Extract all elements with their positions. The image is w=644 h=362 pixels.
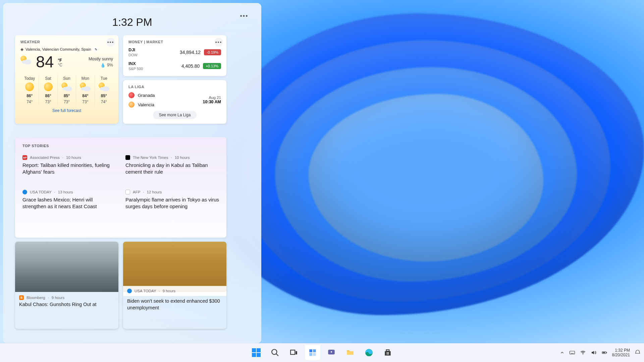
widgets-panel: 1:32 PM ••• WEATHER ••• ◈ Valencia, Vale…	[3, 3, 261, 343]
svg-rect-14	[388, 352, 389, 353]
weather-more-icon[interactable]: •••	[106, 38, 115, 47]
market-name: S&P 500	[128, 67, 143, 71]
forecast-day[interactable]: Sat 86° 73°	[39, 74, 57, 106]
svg-rect-7	[313, 353, 316, 356]
svg-line-1	[276, 354, 278, 356]
svg-point-9	[331, 351, 332, 353]
source-icon	[125, 155, 130, 160]
taskbar-clock[interactable]: 1:32 PM 8/20/2021	[612, 348, 630, 358]
story-source: Associated Press	[30, 156, 60, 160]
story-age: 10 hours	[66, 156, 81, 160]
forecast-low: 73°	[76, 100, 94, 104]
chat-button[interactable]	[323, 345, 339, 361]
money-card[interactable]: MONEY | MARKET ••• DJIDOW 34,894.12-0.19…	[123, 35, 226, 76]
svg-rect-2	[290, 350, 295, 354]
weather-units[interactable]: °F °C	[58, 58, 62, 67]
store-icon	[383, 348, 392, 357]
svg-rect-21	[606, 352, 607, 353]
market-symbol: DJI	[128, 47, 138, 52]
forecast-low: 73°	[58, 100, 76, 104]
forecast-high: 86°	[39, 94, 57, 98]
news-headline: Kabul Chaos: Gunshots Ring Out at	[15, 300, 118, 308]
match-date: Aug 21	[203, 96, 221, 100]
panel-time: 1:32 PM	[112, 16, 152, 28]
team-name: Valencia	[138, 102, 154, 107]
market-symbol: INX	[128, 61, 143, 66]
battery-icon[interactable]	[601, 350, 607, 356]
wifi-icon[interactable]	[580, 350, 586, 356]
forecast-day[interactable]: Mon 84° 73°	[76, 74, 94, 106]
keyboard-icon[interactable]	[569, 350, 575, 356]
story-source: AFP	[133, 190, 140, 194]
forecast-day[interactable]: Today 86° 74°	[20, 74, 39, 106]
market-row[interactable]: INXS&P 500 4,405.80+0.13%	[128, 58, 221, 71]
team-badge-icon	[128, 102, 135, 108]
news-source: Bloomberg	[26, 296, 45, 300]
team-name: Granada	[138, 93, 155, 98]
svg-rect-16	[388, 354, 389, 355]
news-headline: Biden won't seek to extend enhanced $300…	[123, 295, 226, 314]
laliga-card[interactable]: LA LIGA GranadaValencia Aug 21 10:30 AM …	[123, 80, 226, 124]
weather-card[interactable]: WEATHER ••• ◈ Valencia, Valencian Commun…	[15, 35, 118, 124]
notification-center-icon[interactable]	[635, 350, 641, 356]
volume-icon[interactable]	[591, 350, 597, 356]
story-source: USA TODAY	[30, 190, 52, 194]
svg-rect-3	[296, 351, 297, 355]
forecast-icon	[20, 83, 39, 91]
story-headline: Report: Taliban killed minorities, fueli…	[22, 162, 116, 176]
top-story[interactable]: USA TODAY·13 hours Grace lashes Mexico; …	[22, 190, 116, 210]
widgets-button[interactable]	[305, 345, 321, 361]
top-story[interactable]: AP Associated Press·10 hours Report: Tal…	[22, 155, 116, 176]
weather-condition: Mostly sunny	[89, 57, 113, 61]
svg-rect-12	[386, 350, 389, 351]
source-icon: AP	[22, 155, 27, 160]
news-card-usatoday[interactable]: USA TODAY· 9 hours Biden won't seek to e…	[123, 242, 226, 329]
bloomberg-icon: B	[19, 295, 24, 300]
forecast-day-name: Sun	[58, 76, 76, 81]
story-age: 10 hours	[175, 156, 190, 160]
edge-button[interactable]	[361, 345, 377, 361]
forecast-high: 86°	[20, 94, 39, 98]
money-more-icon[interactable]: •••	[214, 38, 223, 47]
news-card-bloomberg[interactable]: B Bloomberg· 9 hours Kabul Chaos: Gunsho…	[15, 242, 118, 329]
top-story[interactable]: AFP·12 hours Paralympic flame arrives in…	[125, 190, 219, 210]
edit-location-icon[interactable]: ✎	[93, 47, 99, 52]
search-button[interactable]	[267, 345, 283, 361]
market-row[interactable]: DJIDOW 34,894.12-0.19%	[128, 44, 221, 58]
market-change: +0.13%	[203, 63, 221, 69]
task-view-button[interactable]	[286, 345, 302, 361]
taskbar-center	[248, 343, 396, 362]
story-headline: Grace lashes Mexico; Henri will strength…	[22, 196, 116, 210]
svg-rect-4	[309, 349, 312, 352]
weather-location: Valencia, Valencian Community, Spain	[25, 47, 91, 51]
svg-rect-5	[313, 349, 316, 352]
file-explorer-button[interactable]	[342, 345, 358, 361]
market-price: 4,405.80	[181, 63, 200, 69]
forecast-icon	[76, 83, 94, 91]
forecast-icon	[39, 83, 57, 91]
forecast-icon	[58, 83, 76, 91]
forecast-day-name: Mon	[76, 76, 94, 81]
panel-more-icon[interactable]: •••	[239, 11, 249, 21]
taskbar: 1:32 PM 8/20/2021	[0, 343, 644, 362]
see-more-laliga-link[interactable]: See more La Liga	[153, 111, 197, 119]
forecast-low: 74°	[95, 100, 113, 104]
svg-rect-6	[309, 353, 312, 356]
see-full-forecast-link[interactable]: See full forecast	[20, 106, 113, 113]
svg-rect-11	[385, 351, 390, 356]
market-name: DOW	[128, 53, 138, 57]
humidity-icon: 💧	[100, 63, 106, 68]
forecast-day[interactable]: Tue 85° 74°	[95, 74, 113, 106]
svg-rect-17	[570, 351, 575, 354]
tray-overflow-button[interactable]	[560, 350, 565, 355]
store-button[interactable]	[380, 345, 396, 361]
top-stories-card: TOP STORIES AP Associated Press·10 hours…	[15, 137, 226, 238]
forecast-day-name: Sat	[39, 76, 57, 81]
story-age: 13 hours	[58, 190, 73, 194]
top-story[interactable]: The New York Times·10 hours Chronicling …	[125, 155, 219, 176]
start-button[interactable]	[248, 345, 264, 361]
team-badge-icon	[128, 92, 135, 98]
forecast-day[interactable]: Sun 85° 73°	[57, 74, 76, 106]
match-team: Granada	[128, 92, 155, 98]
search-icon	[271, 348, 279, 357]
